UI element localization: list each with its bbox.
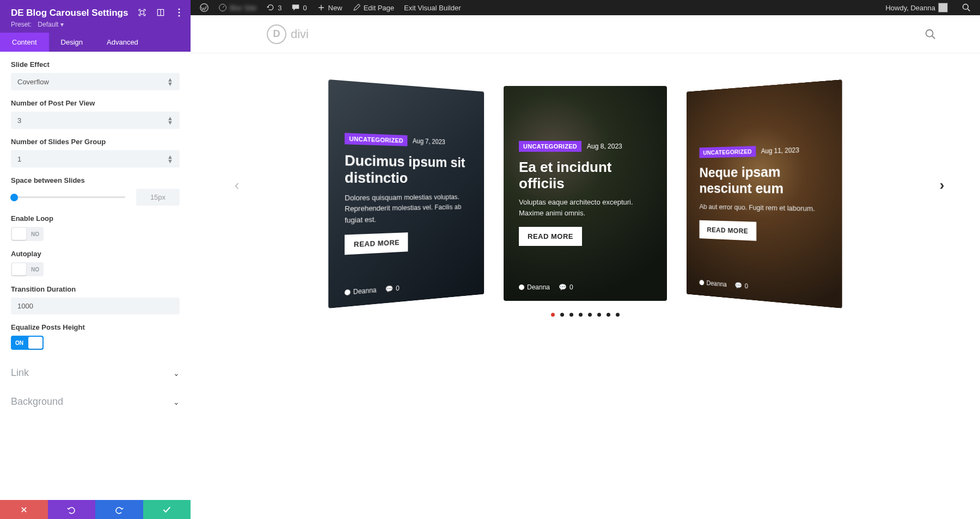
site-header: D divi [191, 15, 980, 53]
chevron-down-icon: ⌄ [173, 398, 180, 406]
comment-icon: 💬 [559, 283, 567, 291]
select-chevron-icon: ▲▼ [167, 116, 173, 125]
svg-point-5 [179, 9, 180, 10]
read-more-button[interactable]: READ MORE [519, 227, 582, 246]
svg-point-7 [179, 15, 180, 17]
comment-icon: 💬 [734, 281, 742, 289]
wp-new[interactable]: New [312, 3, 347, 12]
post-title[interactable]: Ea et incidunt officiis [519, 159, 652, 192]
post-title[interactable]: Ducimus ipsum sit distinctio [345, 152, 471, 187]
autoplay-label: Autoplay [11, 250, 180, 258]
equalize-toggle[interactable]: ON [11, 336, 44, 350]
pagination-dot[interactable] [588, 313, 592, 317]
select-chevron-icon: ▲▼ [167, 77, 173, 86]
slider-thumb[interactable] [10, 194, 18, 201]
sidebar-header: DE Blog Carousel Settings Preset: Defaul… [0, 0, 191, 33]
author-meta[interactable]: Deanna [700, 279, 727, 288]
wp-logo-menu[interactable] [195, 3, 213, 12]
site-name-blurred: Blur Site [230, 4, 256, 12]
pagination-dot[interactable] [569, 313, 573, 317]
site-logo[interactable]: D divi [267, 24, 309, 44]
preset-selector[interactable]: Preset: Default ▾ [11, 21, 180, 28]
read-more-button[interactable]: READ MORE [700, 220, 757, 240]
wp-comments[interactable]: 0 [286, 3, 311, 12]
site-search[interactable] [924, 28, 936, 40]
comments-meta[interactable]: 💬0 [559, 283, 573, 291]
wp-exit-builder[interactable]: Exit Visual Builder [399, 4, 466, 12]
posts-per-view-select[interactable]: 3 ▲▼ [11, 112, 180, 129]
cancel-button[interactable] [0, 500, 48, 519]
column-layout-icon[interactable] [156, 8, 166, 17]
comment-icon: 💬 [385, 285, 394, 293]
carousel: ‹ › UNCATEGORIZED Aug 7, 2023 Ducimus ip… [191, 53, 980, 317]
author-meta[interactable]: Deanna [345, 286, 377, 296]
settings-body: Slide Effect Coverflow ▲▼ Number of Post… [0, 52, 191, 500]
tab-content[interactable]: Content [0, 33, 49, 52]
accordion-link[interactable]: Link ⌄ [11, 359, 180, 387]
transition-input[interactable] [11, 298, 180, 314]
dashboard-icon [218, 3, 227, 12]
save-button[interactable] [143, 500, 191, 519]
slide-effect-select[interactable]: Coverflow ▲▼ [11, 73, 180, 90]
autoplay-toggle[interactable]: NO [11, 262, 44, 276]
settings-tabs: Content Design Advanced [0, 33, 191, 52]
svg-point-8 [926, 29, 933, 36]
pencil-icon [352, 3, 361, 12]
pagination-dot[interactable] [579, 313, 583, 317]
tab-advanced[interactable]: Advanced [95, 33, 150, 52]
redo-button[interactable] [95, 500, 143, 519]
tab-design[interactable]: Design [49, 33, 95, 52]
category-badge[interactable]: UNCATEGORIZED [345, 133, 407, 146]
svg-point-6 [179, 12, 180, 14]
wp-edit-page[interactable]: Edit Page [347, 3, 399, 12]
slide-effect-label: Slide Effect [11, 60, 180, 69]
wp-revisions[interactable]: 3 [261, 3, 286, 12]
logo-icon: D [267, 24, 286, 44]
sidebar-footer [0, 500, 191, 519]
space-between-slider[interactable] [11, 196, 125, 198]
wp-search[interactable] [957, 3, 976, 12]
wordpress-icon [200, 3, 209, 12]
post-title[interactable]: Neque ipsam nesciunt eum [700, 163, 826, 197]
post-date: Aug 8, 2023 [587, 143, 622, 150]
accordion-background[interactable]: Background ⌄ [11, 387, 180, 416]
avatar-icon [938, 3, 948, 13]
post-excerpt: Voluptas eaque architecto excepturi. Max… [519, 197, 652, 218]
carousel-pagination [223, 313, 947, 317]
comments-meta[interactable]: 💬0 [385, 285, 400, 293]
plus-icon [317, 3, 326, 12]
person-icon [700, 280, 705, 285]
select-chevron-icon: ▲▼ [167, 155, 173, 163]
carousel-card[interactable]: UNCATEGORIZED Aug 8, 2023 Ea et incidunt… [504, 86, 667, 301]
pagination-dot[interactable] [560, 313, 564, 317]
carousel-card[interactable]: UNCATEGORIZED Aug 11, 2023 Neque ipsam n… [687, 79, 842, 308]
read-more-button[interactable]: READ MORE [345, 232, 408, 255]
carousel-card[interactable]: UNCATEGORIZED Aug 7, 2023 Ducimus ipsum … [328, 79, 484, 308]
post-excerpt: Ab aut error quo. Fugit rem et laborum. [700, 202, 826, 215]
category-badge[interactable]: UNCATEGORIZED [519, 141, 581, 152]
category-badge[interactable]: UNCATEGORIZED [700, 146, 756, 158]
space-between-value[interactable]: 15px [136, 189, 180, 206]
undo-button[interactable] [48, 500, 96, 519]
wp-howdy[interactable]: Howdy, Deanna [880, 3, 953, 13]
page-preview: D divi ‹ › UNCATEGORIZED Aug 7, 2023 Duc… [191, 15, 980, 519]
revisions-icon [266, 3, 275, 12]
svg-rect-3 [140, 11, 144, 14]
expand-icon[interactable] [137, 8, 147, 17]
slides-per-group-select[interactable]: 1 ▲▼ [11, 150, 180, 168]
more-menu-icon[interactable] [174, 8, 184, 17]
comments-meta[interactable]: 💬0 [734, 281, 748, 290]
pagination-dot[interactable] [597, 313, 601, 317]
enable-loop-toggle[interactable]: NO [11, 227, 44, 241]
person-icon [345, 289, 350, 295]
pagination-dot[interactable] [616, 313, 620, 317]
posts-per-view-label: Number of Post Per View [11, 99, 180, 107]
wp-admin-bar: Blur Site 3 0 New Edit Page Exit Visual … [191, 0, 980, 15]
pagination-dot[interactable] [607, 313, 610, 317]
wp-site-menu[interactable]: Blur Site [213, 3, 261, 12]
person-icon [519, 285, 524, 290]
comment-icon [291, 3, 300, 12]
chevron-down-icon: ▾ [60, 21, 64, 28]
pagination-dot[interactable] [551, 313, 555, 317]
author-meta[interactable]: Deanna [519, 283, 550, 291]
